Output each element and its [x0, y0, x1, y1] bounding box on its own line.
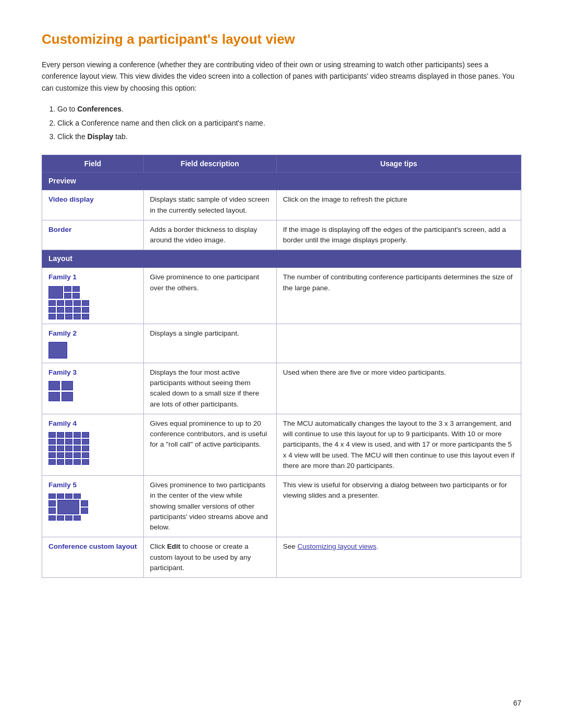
table-row: Family 5: [42, 476, 521, 537]
table-row: Family 2 Displays a single participant.: [42, 324, 521, 363]
field-conference-custom: Conference custom layout: [42, 537, 144, 578]
table-row: Video display Displays static sample of …: [42, 190, 521, 220]
family3-icon: [48, 381, 137, 401]
desc-family1: Give prominence to one participant over …: [143, 268, 276, 324]
col-description: Field description: [143, 155, 276, 172]
field-family1: Family 1: [42, 268, 144, 324]
field-name-family3: Family 3: [48, 368, 77, 376]
step-3-bold: Display: [88, 132, 114, 141]
section-layout: Layout: [42, 250, 521, 268]
desc-family2: Displays a single participant.: [143, 324, 276, 363]
field-name-family4: Family 4: [48, 419, 77, 427]
field-family3: Family 3: [42, 363, 144, 414]
desc-video-display: Displays static sample of video screen i…: [143, 190, 276, 220]
tips-family4: The MCU automatically changes the layout…: [276, 414, 521, 475]
main-table: Field Field description Usage tips Previ…: [42, 155, 521, 578]
tips-family5: This view is useful for observing a dial…: [276, 476, 521, 537]
steps-list: Go to Conferences. Click a Conference na…: [57, 103, 521, 142]
table-row: Conference custom layout Click Edit to c…: [42, 537, 521, 578]
desc-family4: Gives equal prominence to up to 20 confe…: [143, 414, 276, 475]
tips-conference-custom: See Customizing layout views.: [276, 537, 521, 578]
field-family2: Family 2: [42, 324, 144, 363]
field-name-border: Border: [48, 226, 71, 233]
page-title: Customizing a participant's layout view: [42, 31, 521, 47]
field-family5: Family 5: [42, 476, 144, 537]
desc-conference-custom: Click Edit to choose or create a custom …: [143, 537, 276, 578]
desc-border: Adds a border thickness to display aroun…: [143, 220, 276, 250]
step-2: Click a Conference name and then click o…: [57, 117, 521, 129]
tips-family1: The number of contributing conference pa…: [276, 268, 521, 324]
col-tips: Usage tips: [276, 155, 521, 172]
step-1-bold: Conferences: [77, 105, 121, 113]
field-family4: Family 4: [42, 414, 144, 475]
intro-text: Every person viewing a conference (wheth…: [42, 59, 521, 94]
field-name-family1: Family 1: [48, 273, 77, 281]
tips-border: If the image is displaying off the edges…: [276, 220, 521, 250]
field-name-family2: Family 2: [48, 329, 77, 337]
step-1: Go to Conferences.: [57, 103, 521, 115]
table-row: Family 3 Displays the four most active p…: [42, 363, 521, 414]
field-name-family5: Family 5: [48, 481, 77, 489]
tips-video-display: Click on the image to refresh the pictur…: [276, 190, 521, 220]
table-row: Family 1: [42, 268, 521, 324]
customizing-layout-views-link[interactable]: Customizing layout views: [297, 542, 376, 550]
tips-family3: Used when there are five or more video p…: [276, 363, 521, 414]
tips-family2: [276, 324, 521, 363]
section-layout-label: Layout: [42, 250, 521, 268]
field-video-display: Video display: [42, 190, 144, 220]
desc-family3: Displays the four most active participan…: [143, 363, 276, 414]
desc-family5: Gives prominence to two participants in …: [143, 476, 276, 537]
family5-icon: [48, 493, 137, 521]
family1-icon: [48, 286, 137, 319]
table-row: Border Adds a border thickness to displa…: [42, 220, 521, 250]
field-name-video-display: Video display: [48, 195, 94, 203]
col-field: Field: [42, 155, 144, 172]
section-preview-label: Preview: [42, 172, 521, 190]
field-name-conference-custom: Conference custom layout: [48, 542, 137, 550]
field-border: Border: [42, 220, 144, 250]
page-number: 67: [513, 699, 521, 707]
family4-icon: [48, 432, 137, 465]
step-3: Click the Display tab.: [57, 131, 521, 142]
edit-bold: Edit: [167, 542, 181, 550]
table-row: Family 4: [42, 414, 521, 475]
family2-icon: [48, 342, 137, 359]
section-preview: Preview: [42, 172, 521, 190]
